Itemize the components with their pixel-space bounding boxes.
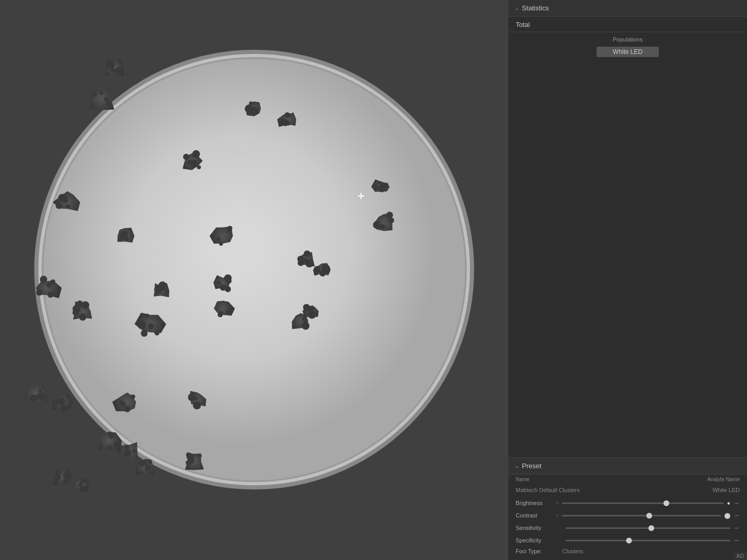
preset-title: Preset [522, 462, 542, 470]
white-led-button[interactable]: White LED [597, 47, 659, 57]
brightness-minus-button[interactable]: − [734, 499, 740, 507]
sensitivity-label: Sensitivity [516, 525, 553, 531]
statistics-chevron-icon[interactable]: ⌄ [515, 5, 519, 11]
foci-type-row: Foci Type: Clusters [508, 547, 747, 556]
specificity-minus-button[interactable]: − [734, 536, 740, 544]
foci-type-value: Clusters [562, 548, 583, 554]
sensitivity-minus-button[interactable]: − [734, 524, 740, 532]
sensitivity-slider[interactable] [565, 527, 730, 529]
statistics-total-label: Total [508, 17, 747, 31]
divider [508, 32, 747, 32]
preset-values-row: Mabtech Default Clusters White LED [508, 483, 747, 497]
statistics-header: ⌄ Statistics [508, 0, 747, 17]
image-panel [0, 0, 508, 560]
contrast-label: Contrast [516, 512, 553, 519]
statistics-body [508, 59, 747, 457]
petri-dish-image [0, 0, 508, 560]
contrast-minus-button[interactable]: − [734, 511, 740, 520]
specificity-row: Specificity − [508, 534, 747, 547]
preset-name-value: Mabtech Default Clusters [516, 487, 688, 493]
preset-section: ⌄ Preset Name Analyte Name Mabtech Defau… [508, 457, 747, 560]
brightness-high-icon: ● [727, 500, 730, 506]
right-panel: ⌄ Statistics Total Populations White LED… [508, 0, 747, 560]
sensitivity-row: Sensitivity − [508, 522, 747, 534]
brightness-row: Brightness ○ ● − [508, 497, 747, 509]
contrast-low-icon: ○ [556, 513, 559, 518]
contrast-row: Contrast ○ ⬤ − [508, 509, 747, 522]
brightness-slider[interactable] [562, 502, 724, 504]
preset-name-col-header: Name [516, 477, 707, 482]
preset-chevron-icon[interactable]: ⌄ [515, 463, 519, 469]
statistics-section: ⌄ Statistics Total Populations White LED [508, 0, 747, 457]
preset-analyte-col-header: Analyte Name [707, 477, 740, 482]
statistics-title: Statistics [522, 4, 549, 12]
foci-type-label: Foci Type: [516, 548, 562, 554]
specificity-label: Specificity [516, 537, 553, 543]
corner-label: AO [734, 552, 747, 560]
contrast-high-icon: ⬤ [724, 512, 730, 519]
preset-column-headers: Name Analyte Name [508, 474, 747, 483]
preset-header: ⌄ Preset [508, 458, 747, 474]
preset-analyte-value: White LED [688, 487, 740, 493]
contrast-slider[interactable] [562, 515, 721, 516]
brightness-label: Brightness [516, 500, 553, 506]
populations-header: Populations [508, 33, 747, 45]
specificity-slider[interactable] [565, 540, 730, 541]
brightness-low-icon: ○ [556, 500, 559, 506]
